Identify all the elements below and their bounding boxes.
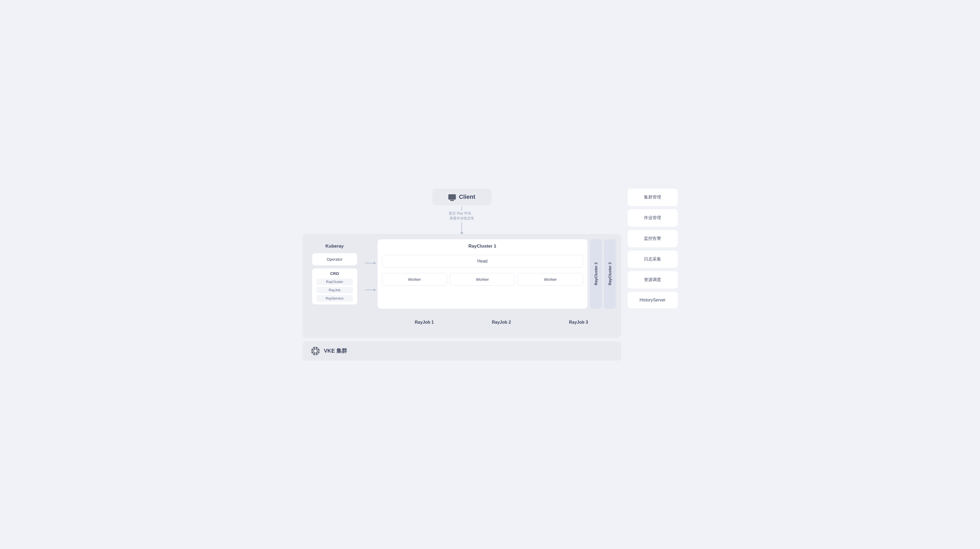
kuberay-section: Kuberay Operator CRD RayCluster RayJob R… [308, 239, 361, 309]
raycluster1-box: RayCluster 1 Head Worker Worker Worker [378, 239, 587, 309]
raycluster3-label: RayCluster 3 [608, 262, 612, 285]
raycluster2-box: RayCluster 2 [590, 239, 602, 309]
arrow-container: 提交 Ray 作业、 查看作业状态等 [449, 206, 474, 233]
rayjobs-row: RayJob 1 RayJob 2 RayJob 3 [387, 312, 616, 333]
crd-item-rayservice: RayService [317, 295, 353, 302]
sidebar-item-resource-sched[interactable]: 资源调度 [628, 271, 678, 288]
arrow-bottom [365, 290, 374, 290]
rayjobs-row-wrapper: RayJob 1 RayJob 2 RayJob 3 [308, 312, 616, 333]
right-sidebar: 集群管理 作业管理 监控告警 日志采集 资源调度 HistoryServer [628, 189, 678, 309]
sidebar-item-cluster-mgmt[interactable]: 集群管理 [628, 189, 678, 206]
workers-row: Worker Worker Worker [382, 273, 583, 286]
crd-item-raycluster: RayCluster [317, 278, 353, 285]
vke-bar: VKE 集群 [302, 341, 621, 361]
vke-icon [310, 346, 320, 356]
sidebar-item-job-mgmt[interactable]: 作业管理 [628, 209, 678, 227]
rayjobs-spacer [308, 312, 387, 333]
client-box: Client [432, 189, 492, 205]
diagram-area: Client 提交 Ray 作业、 查看作业状态等 Kuberay Operat… [302, 189, 621, 361]
rayjob3-box: RayJob 3 [541, 312, 616, 333]
sidebar-item-log-collect[interactable]: 日志采集 [628, 250, 678, 268]
connector-arrows [361, 239, 378, 309]
main-container: Client 提交 Ray 作业、 查看作业状态等 Kuberay Operat… [302, 189, 678, 361]
cluster-wrapper: Kuberay Operator CRD RayCluster RayJob R… [302, 234, 621, 338]
side-clusters: RayCluster 2 RayCluster 3 [590, 239, 616, 309]
rayjob2-box: RayJob 2 [464, 312, 539, 333]
crd-item-rayjob: RayJob [317, 287, 353, 293]
worker-box-3: Worker [518, 273, 583, 286]
raycluster2-label: RayCluster 2 [594, 262, 598, 285]
kuberay-title: Kuberay [312, 243, 357, 249]
sidebar-item-monitoring[interactable]: 监控告警 [628, 230, 678, 247]
crd-title: CRD [317, 271, 353, 276]
raycluster-area: RayCluster 1 Head Worker Worker Worker R… [378, 239, 616, 309]
crd-box: CRD RayCluster RayJob RayService [312, 269, 357, 304]
head-box: Head [382, 255, 583, 268]
arrow-down [461, 222, 462, 233]
rayjob1-box: RayJob 1 [387, 312, 462, 333]
svg-point-1 [314, 350, 317, 352]
worker-box-1: Worker [382, 273, 447, 286]
arrow-text: 提交 Ray 作业、 查看作业状态等 [449, 211, 474, 221]
worker-box-2: Worker [450, 273, 515, 286]
raycluster1-title: RayCluster 1 [382, 243, 583, 249]
client-label: Client [459, 193, 476, 201]
arrow-top [365, 263, 374, 263]
sidebar-item-history-server[interactable]: HistoryServer [628, 292, 678, 309]
raycluster3-box: RayCluster 3 [604, 239, 616, 309]
operator-box: Operator [312, 253, 357, 265]
monitor-icon [448, 194, 456, 200]
vke-label: VKE 集群 [324, 347, 347, 355]
top-row: Kuberay Operator CRD RayCluster RayJob R… [308, 239, 616, 309]
